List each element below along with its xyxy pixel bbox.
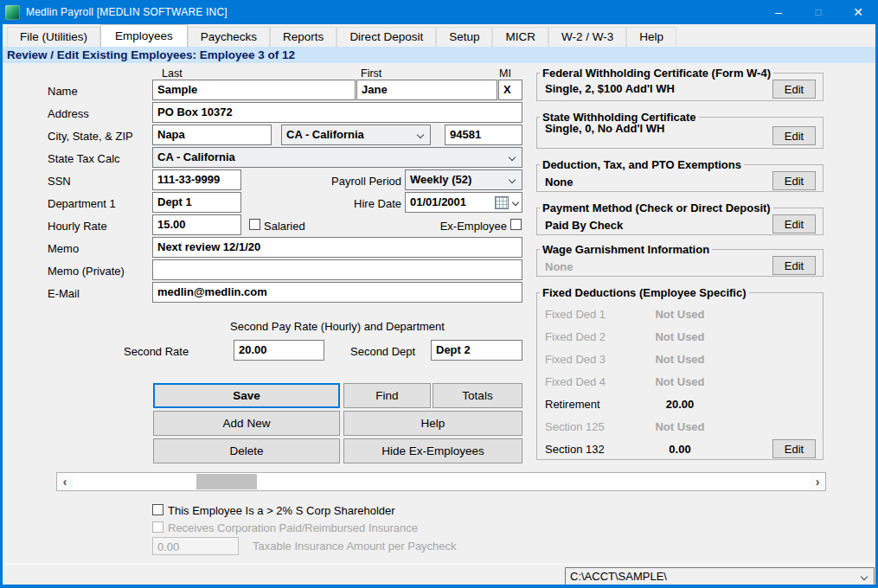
payroll-period-select[interactable]: Weekly (52) [405, 169, 522, 190]
ssn-field[interactable]: 111-33-9999 [152, 169, 241, 190]
state-tax-calc-select[interactable]: CA - California [152, 147, 522, 168]
city-state-zip-label: City, State, & ZIP [48, 130, 133, 143]
data-folder-select[interactable]: C:\ACCT\SAMPLE\ [565, 567, 875, 585]
fixed-ded-3-label: Fixed Ded 3 [545, 353, 606, 366]
window-bottom-edge [0, 585, 878, 588]
hire-date-label: Hire Date [311, 197, 401, 210]
tab-setup[interactable]: Setup [436, 27, 492, 47]
department1-field[interactable]: Dept 1 [152, 192, 241, 213]
app-window: Medlin Payroll [MEDLIN SOFTWARE INC] – □… [0, 0, 878, 588]
fixed-ded-2-value: Not Used [650, 330, 709, 343]
hide-ex-employees-button[interactable]: Hide Ex-Employees [343, 438, 522, 463]
help-button[interactable]: Help [343, 411, 522, 436]
minimize-button[interactable]: – [759, 0, 798, 24]
second-pay-title: Second Pay Rate (Hourly) and Department [152, 320, 522, 333]
window-title: Medlin Payroll [MEDLIN SOFTWARE INC] [26, 6, 228, 18]
state-tax-calc-value: CA - California [157, 150, 235, 163]
insurance-label: Receives Corporation Paid/Reimbursed Ins… [168, 521, 418, 534]
tab-help[interactable]: Help [626, 27, 676, 47]
state-select-value: CA - California [286, 128, 364, 141]
payroll-period-value: Weekly (52) [410, 173, 471, 186]
second-dept-label: Second Dept [350, 345, 415, 358]
payroll-period-label: Payroll Period [311, 175, 401, 188]
tab-paychecks[interactable]: Paychecks [188, 27, 270, 47]
tab-file-utilities[interactable]: File (Utilities) [7, 27, 100, 47]
payment-method-value: Paid By Check [545, 219, 623, 232]
middle-initial-field[interactable]: X [498, 80, 522, 100]
mi-column-header: MI [499, 67, 511, 80]
memo-private-label: Memo (Private) [48, 265, 125, 278]
add-new-button[interactable]: Add New [153, 411, 340, 436]
wage-garnishment-edit-button[interactable]: Edit [772, 256, 816, 275]
app-icon [5, 5, 20, 20]
ex-employee-checkbox[interactable] [510, 219, 522, 230]
first-column-header: First [361, 67, 381, 80]
maximize-button[interactable]: □ [798, 0, 838, 24]
fixed-deductions-title: Fixed Deductions (Employee Specific) [540, 286, 749, 299]
scrollbar-thumb[interactable] [196, 474, 257, 489]
memo-field[interactable]: Next review 12/1/20 [152, 237, 522, 258]
state-withholding-edit-button[interactable]: Edit [772, 126, 816, 145]
s-corp-checkbox[interactable] [152, 504, 163, 515]
tab-employees[interactable]: Employees [100, 24, 188, 47]
save-button[interactable]: Save [153, 383, 340, 408]
exemptions-edit-button[interactable]: Edit [772, 171, 816, 190]
totals-button[interactable]: Totals [433, 383, 522, 408]
second-rate-label: Second Rate [124, 345, 189, 358]
state-withholding-value: Single, 0, No Add'l WH [545, 122, 664, 135]
data-folder-path: C:\ACCT\SAMPLE\ [570, 570, 667, 583]
tab-bar: File (Utilities) Employees Paychecks Rep… [0, 24, 878, 47]
fixed-ded-1-value: Not Used [650, 308, 709, 321]
s-corp-label: This Employee Is a > 2% S Corp Sharehold… [168, 504, 395, 517]
ex-employee-label: Ex-Employee [437, 220, 507, 233]
window-controls: – □ ✕ [759, 0, 878, 24]
federal-withholding-edit-button[interactable]: Edit [772, 80, 816, 99]
scroll-right-icon[interactable]: › [810, 473, 825, 490]
fixed-ded-4-value: Not Used [650, 375, 709, 388]
tab-micr[interactable]: MICR [492, 27, 548, 47]
delete-button[interactable]: Delete [153, 438, 340, 463]
retirement-label: Retirement [545, 398, 600, 411]
fixed-ded-1-label: Fixed Ded 1 [545, 308, 606, 321]
salaried-checkbox[interactable] [249, 219, 260, 230]
zip-field[interactable]: 94581 [445, 125, 522, 145]
page-title: Review / Edit Existing Employees: Employ… [0, 47, 878, 63]
exemptions-title: Deduction, Tax, and PTO Exemptions [540, 158, 744, 171]
horizontal-scrollbar[interactable]: ‹ › [56, 472, 826, 491]
section-125-label: Section 125 [545, 420, 605, 433]
last-column-header: Last [162, 67, 183, 80]
state-tax-calc-label: State Tax Calc [48, 152, 120, 165]
salaried-label: Salaried [264, 220, 305, 233]
insurance-checkbox[interactable] [152, 521, 163, 533]
find-button[interactable]: Find [343, 383, 431, 408]
email-field[interactable]: medlin@medlin.com [152, 282, 522, 303]
chevron-down-icon [509, 176, 516, 183]
wage-garnishment-value: None [545, 260, 574, 273]
second-rate-field[interactable]: 20.00 [234, 340, 324, 361]
address-field[interactable]: PO Box 10372 [152, 102, 522, 123]
scroll-left-icon[interactable]: ‹ [57, 473, 73, 490]
close-button[interactable]: ✕ [838, 0, 878, 24]
second-dept-field[interactable]: Dept 2 [431, 340, 522, 361]
fixed-deductions-edit-button[interactable]: Edit [772, 439, 816, 458]
memo-label: Memo [48, 242, 79, 255]
city-field[interactable]: Napa [152, 125, 272, 145]
hourly-rate-field[interactable]: 15.00 [152, 214, 241, 235]
last-name-field[interactable]: Sample [152, 80, 356, 100]
retirement-value: 20.00 [650, 398, 709, 411]
titlebar: Medlin Payroll [MEDLIN SOFTWARE INC] – □… [0, 0, 878, 24]
first-name-field[interactable]: Jane [356, 80, 497, 100]
hourly-rate-label: Hourly Rate [48, 220, 107, 233]
tab-direct-deposit[interactable]: Direct Deposit [336, 27, 436, 47]
chevron-down-icon [861, 573, 868, 580]
payment-method-edit-button[interactable]: Edit [772, 214, 816, 233]
state-select[interactable]: CA - California [281, 125, 431, 145]
tab-reports[interactable]: Reports [270, 27, 336, 47]
taxable-insurance-label: Taxable Insurance Amount per Paycheck [253, 540, 457, 553]
chevron-down-icon [509, 154, 516, 161]
memo-private-field[interactable] [152, 259, 522, 280]
window-left-edge [0, 24, 3, 588]
calendar-icon[interactable] [495, 196, 509, 209]
tab-w2-w3[interactable]: W-2 / W-3 [548, 27, 626, 47]
taxable-insurance-field[interactable]: 0.00 [152, 537, 239, 555]
